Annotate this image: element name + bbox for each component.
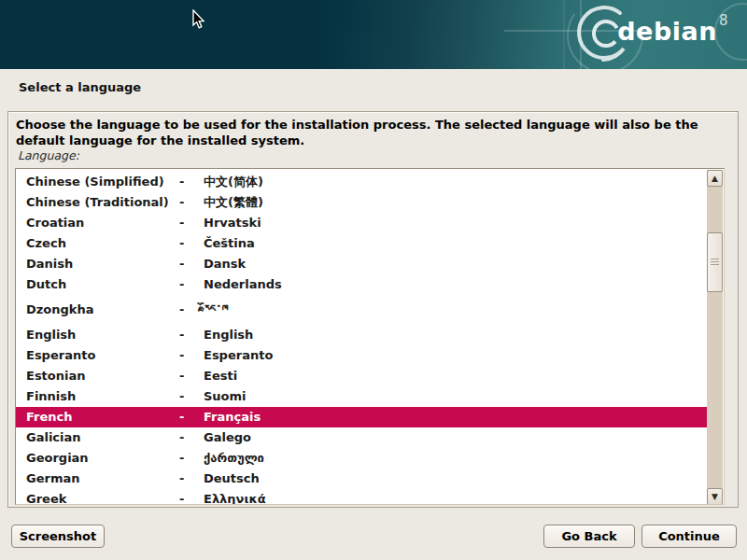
separator: - <box>179 345 184 366</box>
language-name: Galician <box>26 427 81 448</box>
scroll-up-button[interactable]: ▲ <box>707 170 723 187</box>
language-native-name: Esperanto <box>204 345 273 366</box>
scrollbar-grip <box>711 259 719 266</box>
list-item[interactable]: German-Deutsch <box>16 469 708 489</box>
language-name: Georgian <box>26 448 89 469</box>
installer-window: debian8 Select a language Choose the lan… <box>0 0 747 560</box>
list-item[interactable]: Greek-Ελληνικά <box>16 489 708 505</box>
page-title: Select a language <box>19 80 141 94</box>
language-native-name: Nederlands <box>204 274 282 295</box>
separator: - <box>179 274 184 295</box>
language-name: Greek <box>26 489 66 505</box>
separator: - <box>179 448 184 469</box>
list-item[interactable]: Esperanto-Esperanto <box>16 345 708 366</box>
separator: - <box>179 366 184 386</box>
language-list: Chinese (Simplified)-中文(简体)Chinese (Trad… <box>16 169 708 505</box>
language-name: French <box>26 407 73 427</box>
list-item[interactable]: English-English <box>16 325 708 345</box>
scroll-down-button[interactable]: ▼ <box>707 488 723 505</box>
language-name: Chinese (Traditional) <box>26 192 169 213</box>
list-item[interactable]: Georgian-ქართული <box>16 448 708 469</box>
list-item[interactable]: Dzongkha-རྫོང་ཁ <box>16 295 708 325</box>
continue-button[interactable]: Continue <box>641 525 737 548</box>
debian-logo-text: debian8 <box>617 17 726 46</box>
debian-version: 8 <box>719 12 728 29</box>
language-name: Croatian <box>26 213 84 233</box>
scrollbar-thumb[interactable] <box>707 232 723 292</box>
separator: - <box>179 407 184 427</box>
separator: - <box>179 427 184 448</box>
separator: - <box>179 489 184 505</box>
separator: - <box>179 192 184 213</box>
language-native-name: རྫོང་ཁ <box>204 295 228 325</box>
language-native-name: Galego <box>204 427 251 448</box>
description-text: Choose the language to be used for the i… <box>16 117 727 148</box>
separator: - <box>179 254 184 274</box>
list-item[interactable]: Finnish-Suomi <box>16 386 708 407</box>
list-item[interactable]: Chinese (Traditional)-中文(繁體) <box>16 192 708 213</box>
list-item[interactable]: Galician-Galego <box>16 427 708 448</box>
language-native-name: English <box>204 325 253 345</box>
language-name: English <box>26 325 76 345</box>
list-item[interactable]: Chinese (Simplified)-中文(简体) <box>16 172 708 192</box>
language-listbox[interactable]: Chinese (Simplified)-中文(简体)Chinese (Trad… <box>15 168 725 505</box>
go-back-button[interactable]: Go Back <box>543 525 635 548</box>
separator: - <box>179 213 184 233</box>
language-native-name: Hrvatski <box>204 213 261 233</box>
separator: - <box>179 469 184 489</box>
screenshot-button[interactable]: Screenshot <box>11 525 105 548</box>
language-native-name: Deutsch <box>204 469 260 489</box>
language-native-name: Français <box>204 407 261 427</box>
language-name: Dutch <box>26 274 66 295</box>
language-native-name: Suomi <box>204 386 247 407</box>
list-item[interactable]: Czech-Čeština <box>16 233 708 254</box>
list-item[interactable]: Danish-Dansk <box>16 254 708 274</box>
language-native-name: Ελληνικά <box>204 489 266 505</box>
language-native-name: ქართული <box>204 448 264 469</box>
banner: debian8 <box>0 0 747 69</box>
language-native-name: 中文(繁體) <box>204 192 263 213</box>
language-name: Estonian <box>26 366 86 386</box>
separator: - <box>179 233 184 254</box>
mouse-cursor <box>192 9 205 30</box>
language-name: Esperanto <box>26 345 95 366</box>
separator: - <box>179 386 184 407</box>
language-native-name: Čeština <box>204 233 255 254</box>
language-name: Czech <box>26 233 66 254</box>
list-item[interactable]: Estonian-Eesti <box>16 366 708 386</box>
separator: - <box>179 295 184 325</box>
list-item[interactable]: French-Français <box>16 407 708 427</box>
language-name: Dzongkha <box>26 295 94 325</box>
language-name: Chinese (Simplified) <box>26 172 164 192</box>
separator: - <box>179 172 184 192</box>
list-item[interactable]: Dutch-Nederlands <box>16 274 708 295</box>
separator: - <box>179 325 184 345</box>
list-item[interactable]: Croatian-Hrvatski <box>16 213 708 233</box>
language-native-name: Eesti <box>204 366 237 386</box>
language-name: Finnish <box>26 386 76 407</box>
language-name: Danish <box>26 254 73 274</box>
language-field-label: Language: <box>18 148 79 162</box>
language-native-name: 中文(简体) <box>204 172 263 192</box>
content-frame: Choose the language to be used for the i… <box>7 111 739 508</box>
language-name: German <box>26 469 79 489</box>
scrollbar[interactable]: ▲ ▼ <box>707 170 723 505</box>
language-native-name: Dansk <box>204 254 246 274</box>
